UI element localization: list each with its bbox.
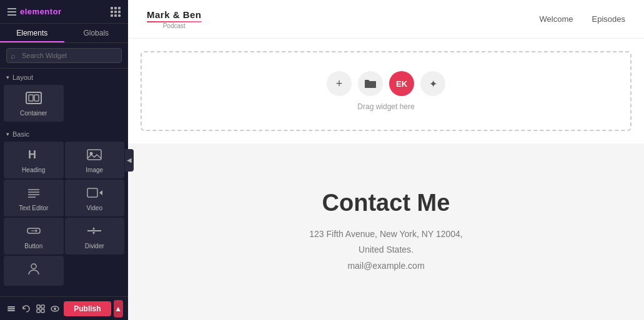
nav-link-episodes[interactable]: Episodes	[592, 14, 625, 24]
widget-video[interactable]: Video	[65, 180, 125, 216]
widget-more[interactable]	[4, 256, 64, 286]
tab-globals[interactable]: Globals	[64, 24, 129, 42]
sidebar-toolbar: Publish ▲	[0, 296, 128, 320]
widget-button[interactable]: Button	[4, 218, 64, 255]
widget-container-label: Container	[20, 110, 47, 117]
divider-icon	[86, 224, 103, 240]
drag-widget-text: Drag widget here	[357, 102, 414, 111]
sidebar-tabs: Elements Globals	[0, 24, 128, 43]
svg-rect-20	[7, 308, 15, 309]
image-icon	[86, 148, 103, 163]
svg-text:H: H	[28, 148, 36, 161]
eye-icon[interactable]	[49, 300, 62, 318]
svg-marker-14	[36, 230, 37, 233]
svg-rect-4	[87, 150, 101, 160]
basic-widget-grid: H Heading Image	[0, 140, 128, 289]
svg-marker-16	[92, 227, 95, 230]
search-wrapper	[6, 48, 122, 63]
contact-title: Contact Me	[322, 190, 450, 216]
contact-email: mail@example.com	[309, 258, 462, 274]
svg-rect-19	[7, 306, 15, 308]
widget-text-editor-label: Text Editor	[19, 205, 48, 211]
elementor-logo: elementor	[20, 7, 62, 16]
heading-icon: H	[25, 148, 42, 163]
expand-icon: ▲	[114, 304, 122, 313]
svg-rect-23	[41, 305, 44, 308]
contact-address-line1: 123 Fifth Avenue, New York, NY 12004,	[309, 226, 462, 242]
svg-marker-17	[92, 232, 95, 235]
collapse-arrow-icon: ◀	[127, 157, 132, 163]
search-input[interactable]	[6, 48, 122, 63]
expand-button[interactable]: ▲	[114, 300, 123, 318]
widget-divider-label: Divider	[85, 243, 104, 250]
text-editor-icon	[25, 186, 42, 201]
layout-section-header[interactable]: ▾ Layout	[0, 69, 128, 84]
brand-name: Mark & Ben	[147, 9, 202, 20]
publish-button[interactable]: Publish	[64, 301, 111, 316]
brand-logo: Mark & Ben Podcast	[147, 9, 202, 29]
layers-icon[interactable]	[5, 300, 17, 318]
widget-heading[interactable]: H Heading	[4, 142, 64, 178]
contact-address-line2: United States.	[309, 242, 462, 258]
canvas-page: Mark & Ben Podcast Welcome Episodes + EK…	[128, 0, 644, 320]
basic-section-label: Basic	[12, 130, 29, 138]
nav-link-welcome[interactable]: Welcome	[540, 14, 573, 24]
svg-point-27	[54, 308, 56, 310]
button-icon	[25, 224, 42, 240]
search-box	[0, 43, 128, 69]
sidebar-content: ▾ Layout Container ▾	[0, 69, 128, 296]
basic-arrow-icon: ▾	[6, 131, 9, 137]
layout-arrow-icon: ▾	[6, 74, 9, 80]
sidebar-header: elementor	[0, 0, 128, 24]
svg-marker-11	[99, 190, 102, 195]
tab-elements[interactable]: Elements	[0, 24, 64, 42]
svg-rect-2	[34, 95, 39, 101]
brand-tagline: Podcast	[147, 22, 202, 29]
video-icon	[86, 186, 103, 201]
sidebar: elementor Elements Globals ▾ Layout	[0, 0, 128, 320]
add-widget-button[interactable]: +	[327, 71, 352, 96]
undo-icon[interactable]	[20, 300, 32, 318]
widget-video-label: Video	[87, 205, 102, 211]
widget-image-label: Image	[86, 167, 103, 173]
widget-heading-label: Heading	[22, 167, 45, 173]
folder-button[interactable]	[358, 71, 383, 96]
grid-menu-icon[interactable]	[111, 7, 121, 17]
svg-point-18	[31, 264, 36, 269]
drop-zone[interactable]: + EK ✦ Drag widget here	[141, 51, 632, 131]
sparkle-button[interactable]: ✦	[420, 71, 445, 96]
widget-divider[interactable]: Divider	[65, 218, 125, 255]
ek-button[interactable]: EK	[389, 71, 414, 96]
svg-rect-25	[41, 309, 44, 313]
widget-button-label: Button	[24, 243, 42, 250]
widget-container[interactable]: Container	[4, 85, 64, 122]
main-canvas: Mark & Ben Podcast Welcome Episodes + EK…	[128, 0, 644, 320]
hamburger-icon[interactable]	[7, 8, 16, 16]
layout-section-label: Layout	[12, 74, 33, 81]
widget-text-editor[interactable]: Text Editor	[4, 180, 64, 216]
contact-address: 123 Fifth Avenue, New York, NY 12004, Un…	[309, 226, 462, 274]
nav-links: Welcome Episodes	[540, 14, 625, 24]
contact-section: Contact Me 123 Fifth Avenue, New York, N…	[128, 143, 644, 320]
basic-section-header[interactable]: ▾ Basic	[0, 125, 128, 140]
layout-widget-grid: Container	[0, 84, 128, 125]
collapse-handle[interactable]: ◀	[125, 149, 134, 172]
svg-rect-22	[37, 305, 40, 308]
svg-rect-10	[87, 188, 97, 197]
more-widget-icon	[25, 262, 42, 278]
page-nav: Mark & Ben Podcast Welcome Episodes	[128, 0, 644, 39]
history-icon[interactable]	[34, 300, 47, 318]
svg-rect-24	[37, 309, 40, 313]
drop-actions: + EK ✦	[327, 71, 445, 96]
svg-rect-21	[7, 310, 15, 311]
svg-rect-1	[29, 95, 33, 101]
sidebar-logo-group: elementor	[7, 7, 62, 16]
container-icon	[25, 91, 42, 107]
widget-image[interactable]: Image	[65, 142, 125, 178]
